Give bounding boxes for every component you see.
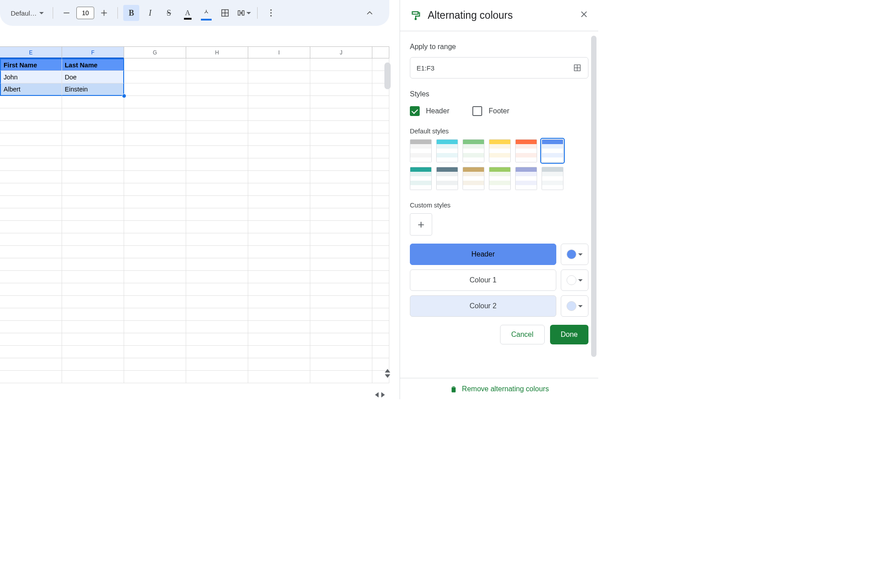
cell[interactable] [310,183,372,196]
cell[interactable] [186,296,248,308]
cell[interactable] [310,233,372,246]
cell[interactable] [372,296,389,308]
remove-alternating-colours-link[interactable]: Remove alternating colours [400,378,598,399]
cell[interactable] [0,358,62,371]
cell[interactable] [0,208,62,221]
more-button[interactable] [263,5,279,21]
cell[interactable] [310,158,372,171]
cell[interactable] [62,258,124,271]
borders-button[interactable] [217,5,233,21]
cell[interactable] [186,71,248,83]
cell[interactable] [186,133,248,146]
cell[interactable] [310,196,372,208]
strikethrough-button[interactable]: S [161,5,177,21]
add-custom-style-button[interactable]: + [410,213,432,236]
cell[interactable] [62,333,124,346]
palette-swatch[interactable] [515,167,537,190]
cell[interactable] [372,146,389,158]
palette-swatch[interactable] [463,167,484,190]
cell[interactable] [186,208,248,221]
cell[interactable] [186,271,248,283]
cell[interactable] [0,233,62,246]
cell[interactable] [0,346,62,358]
cell[interactable] [372,171,389,183]
cell[interactable] [248,121,310,133]
cell[interactable] [62,208,124,221]
cell[interactable] [372,121,389,133]
cell[interactable] [0,321,62,333]
cell[interactable]: Albert [0,83,62,96]
cell[interactable] [248,321,310,333]
cell[interactable] [248,246,310,258]
header-colour-picker[interactable] [561,244,588,265]
cell[interactable] [372,196,389,208]
cell[interactable] [0,271,62,283]
cell[interactable] [124,71,186,83]
cell[interactable] [124,283,186,296]
spreadsheet-grid[interactable]: E F G H I J First NameLast NameJohnDoeAl… [0,46,389,383]
font-family-select[interactable]: Defaul… [7,9,47,17]
column-header-i[interactable]: I [248,46,310,58]
cell[interactable] [186,196,248,208]
cell[interactable] [62,321,124,333]
cell[interactable] [248,308,310,321]
cell[interactable] [0,146,62,158]
panel-scroll-thumb[interactable] [591,36,596,357]
cell[interactable] [248,221,310,233]
cell[interactable] [0,296,62,308]
cell[interactable] [248,196,310,208]
scroll-up-arrow[interactable] [385,369,390,373]
cell[interactable] [0,258,62,271]
cell[interactable] [310,83,372,96]
cell[interactable] [186,233,248,246]
cell[interactable] [62,246,124,258]
cell[interactable] [124,358,186,371]
cell[interactable] [310,171,372,183]
cell[interactable] [248,96,310,108]
cell[interactable] [124,183,186,196]
cell[interactable] [124,208,186,221]
cell[interactable] [372,208,389,221]
cell[interactable] [62,271,124,283]
text-color-button[interactable]: A [179,5,196,21]
palette-swatch[interactable] [515,139,537,162]
cell[interactable] [186,171,248,183]
cell[interactable] [186,96,248,108]
cell[interactable] [372,346,389,358]
cell[interactable] [248,133,310,146]
column-header-g[interactable]: G [124,46,186,58]
cell[interactable] [372,108,389,121]
cell[interactable] [124,321,186,333]
cell[interactable] [62,171,124,183]
cell[interactable] [372,96,389,108]
cell[interactable] [248,108,310,121]
merge-cells-button[interactable] [236,5,252,21]
cell[interactable] [186,158,248,171]
cell[interactable] [124,246,186,258]
cell[interactable] [248,371,310,383]
cell[interactable] [62,121,124,133]
cell[interactable] [310,283,372,296]
cell[interactable] [0,283,62,296]
palette-swatch[interactable] [489,167,511,190]
column-header-h[interactable]: H [186,46,248,58]
cell[interactable] [310,121,372,133]
fill-color-button[interactable] [198,5,214,21]
italic-button[interactable]: I [142,5,158,21]
cell[interactable] [310,58,372,71]
done-button[interactable]: Done [550,325,588,344]
cell[interactable] [186,146,248,158]
palette-swatch[interactable] [436,139,458,162]
palette-swatch[interactable] [436,167,458,190]
cell[interactable] [248,296,310,308]
column-header-partial[interactable] [372,46,389,58]
cell[interactable] [124,96,186,108]
cell[interactable] [124,271,186,283]
cell[interactable] [124,346,186,358]
cell[interactable] [124,121,186,133]
cancel-button[interactable]: Cancel [500,325,545,344]
cell[interactable] [124,58,186,71]
cell[interactable] [62,158,124,171]
cell[interactable] [310,346,372,358]
cell[interactable]: First Name [0,58,62,71]
